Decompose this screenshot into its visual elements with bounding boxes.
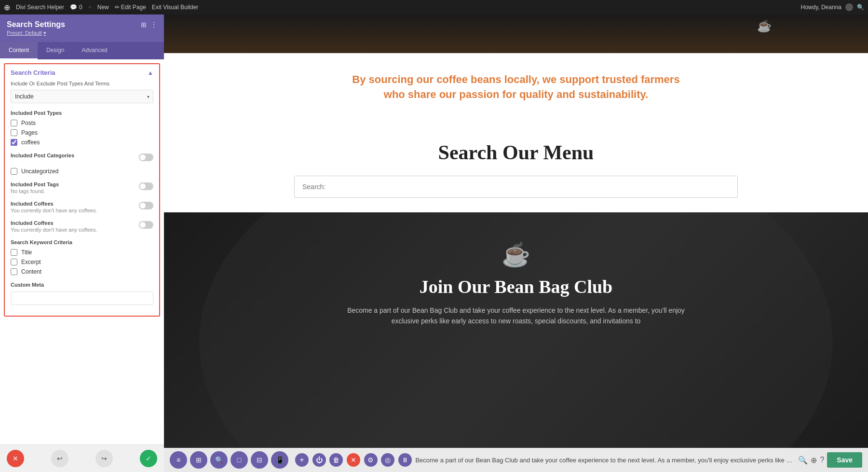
include-exclude-select-wrapper: Include Exclude ▾ xyxy=(11,90,153,103)
toolbar-trash-icon[interactable]: 🗑 xyxy=(329,453,343,467)
uncategorized-label: Uncategorized xyxy=(21,168,58,175)
post-categories-toggle[interactable] xyxy=(139,153,153,161)
new-nav-item[interactable]: New xyxy=(97,4,109,11)
coffees-label: coffees xyxy=(21,139,40,146)
nav-right: Howdy, Deanna 🔍 xyxy=(801,3,865,11)
search-icon-nav[interactable]: 🔍 xyxy=(857,4,864,11)
toolbar-layers-icon[interactable]: ⊕ xyxy=(811,456,817,465)
toolbar-gear-icon[interactable]: ⚙ xyxy=(364,453,378,467)
toolbar-menu-btn[interactable]: ≡ xyxy=(170,451,187,469)
toolbar-content-text: Become a part of our Bean Bag Club and t… xyxy=(415,457,795,464)
toolbar-pause-icon[interactable]: ⏸ xyxy=(398,453,412,467)
toolbar-split-btn[interactable]: ⊟ xyxy=(251,451,268,469)
tab-content[interactable]: Content xyxy=(0,42,38,59)
search-icon-toolbar: 🔍 xyxy=(215,456,223,464)
post-tags-info: Included Post Tags No tags found. xyxy=(11,181,59,194)
exit-visual-builder-nav[interactable]: Exit Visual Builder xyxy=(152,4,199,11)
grid-icon[interactable]: ⊞ xyxy=(141,21,147,28)
sourcing-text: By sourcing our coffee beans locally, we… xyxy=(347,72,685,102)
toolbar-search-right-icon[interactable]: 🔍 xyxy=(798,456,808,465)
panel-title-icons: ⊞ ⋮ xyxy=(141,21,157,28)
search-criteria-section: Search Criteria ▲ Include Or Exclude Pos… xyxy=(4,63,160,317)
search-input[interactable] xyxy=(294,176,738,198)
divi-search-helper-nav[interactable]: Divi Search Helper xyxy=(16,4,64,11)
divi-search-helper-label: Divi Search Helper xyxy=(16,4,64,11)
pages-checkbox[interactable] xyxy=(11,129,17,136)
search-keyword-criteria-group: Search Keyword Criteria Title Excerpt Co… xyxy=(11,239,153,275)
search-criteria-body: Include Or Exclude Post Types And Terms … xyxy=(5,80,159,305)
include-exclude-field: Include Or Exclude Post Types And Terms … xyxy=(11,80,153,103)
post-tags-toggle[interactable] xyxy=(139,182,153,190)
included-coffees-1-group: Included Coffees You currently don't hav… xyxy=(11,201,153,213)
edit-page-nav[interactable]: ✏ Edit Page xyxy=(115,4,146,11)
wordpress-icon[interactable]: ⊕ xyxy=(4,3,10,12)
user-avatar[interactable] xyxy=(845,3,853,11)
posts-checkbox[interactable] xyxy=(11,120,17,126)
search-keyword-criteria-title: Search Keyword Criteria xyxy=(11,239,153,245)
bottom-toolbar: ≡ ⊞ 🔍 □ ⊟ 📱 + ⏻ 🗑 ✕ ⚙ ◎ ⏸ Become a part … xyxy=(164,448,868,472)
close-button[interactable]: ✕ xyxy=(7,450,24,467)
included-post-categories-title: Included Post Categories xyxy=(11,153,74,158)
redo-button[interactable]: ↪ xyxy=(95,450,113,467)
toolbar-mobile-btn[interactable]: 📱 xyxy=(271,451,288,469)
tab-design[interactable]: Design xyxy=(38,42,73,59)
toolbar-plus-icon[interactable]: + xyxy=(295,453,309,467)
excerpt-checkbox[interactable] xyxy=(11,259,17,265)
content-checkbox[interactable] xyxy=(11,268,17,275)
included-post-tags-group: Included Post Tags No tags found. xyxy=(11,181,153,194)
toolbar-search-btn[interactable]: 🔍 xyxy=(210,451,228,469)
included-post-types-title: Included Post Types xyxy=(11,110,153,116)
toolbar-grid-btn[interactable]: ⊞ xyxy=(190,451,207,469)
toolbar-help-icon[interactable]: ? xyxy=(820,456,824,464)
search-criteria-header[interactable]: Search Criteria ▲ xyxy=(5,64,159,80)
included-coffees-1-title: Included Coffees xyxy=(11,201,97,207)
edit-page-label: Edit Page xyxy=(121,4,146,11)
sourcing-section: By sourcing our coffee beans locally, we… xyxy=(164,53,868,122)
right-content: ☕ By sourcing our coffee beans locally, … xyxy=(164,14,868,472)
bean-bag-section: ☕ Join Our Bean Bag Club Become a part o… xyxy=(164,212,868,472)
coffees-1-toggle-row: Included Coffees You currently don't hav… xyxy=(11,201,153,213)
coffee-beans-decoration: ☕ xyxy=(757,19,772,33)
toolbar-target-icon[interactable]: ◎ xyxy=(381,453,394,467)
checkbox-excerpt: Excerpt xyxy=(11,259,153,265)
custom-meta-group: Custom Meta xyxy=(11,282,153,305)
pages-label: Pages xyxy=(21,129,38,136)
included-post-categories-group: Included Post Categories Uncategorized xyxy=(11,153,153,175)
comment-count: 0 xyxy=(79,4,82,11)
comments-nav[interactable]: 💬 0 xyxy=(70,4,82,11)
chevron-up-icon[interactable]: ▲ xyxy=(148,69,153,76)
top-navigation: ⊕ Divi Search Helper 💬 0 + New ✏ Edit Pa… xyxy=(0,0,868,14)
save-button[interactable]: Save xyxy=(827,452,862,468)
panel-content: Search Criteria ▲ Include Or Exclude Pos… xyxy=(0,59,164,444)
checkbox-coffees: coffees xyxy=(11,139,153,146)
search-criteria-title: Search Criteria xyxy=(11,69,55,76)
toolbar-power-icon[interactable]: ⏻ xyxy=(312,453,326,467)
toolbar-close-circle-icon[interactable]: ✕ xyxy=(347,453,360,467)
no-tags-message: No tags found. xyxy=(11,188,59,194)
tabs-row: Content Design Advanced xyxy=(0,42,164,59)
included-post-types-group: Included Post Types Posts Pages coffees xyxy=(11,110,153,146)
chevron-down-icon: ▾ xyxy=(43,30,46,36)
coffees-1-info: Included Coffees You currently don't hav… xyxy=(11,201,97,213)
coffees-2-toggle[interactable] xyxy=(139,221,153,229)
tab-advanced[interactable]: Advanced xyxy=(73,42,116,59)
more-options-icon[interactable]: ⋮ xyxy=(150,21,157,28)
undo-button[interactable]: ↩ xyxy=(51,450,68,467)
preset-label[interactable]: Preset: Default ▾ xyxy=(7,30,157,36)
exit-builder-label: Exit Visual Builder xyxy=(152,4,199,11)
toolbar-desktop-btn[interactable]: □ xyxy=(231,451,248,469)
title-checkbox[interactable] xyxy=(11,249,17,256)
left-panel: Search Settings ⊞ ⋮ Preset: Default ▾ Co… xyxy=(0,14,164,472)
toolbar-right: 🔍 ⊕ ? Save xyxy=(798,452,862,468)
post-tags-toggle-row: Included Post Tags No tags found. xyxy=(11,181,153,194)
post-categories-info: Included Post Categories xyxy=(11,153,74,158)
coffees-checkbox[interactable] xyxy=(11,139,17,146)
panel-footer: ✕ ↩ ↪ ✓ xyxy=(0,444,164,472)
coffees-1-toggle[interactable] xyxy=(139,202,153,209)
include-exclude-select[interactable]: Include Exclude xyxy=(11,90,153,103)
search-menu-section: Search Our Menu xyxy=(164,122,868,212)
custom-meta-input[interactable] xyxy=(11,292,153,305)
post-categories-toggle-row: Included Post Categories xyxy=(11,153,153,161)
uncategorized-checkbox[interactable] xyxy=(11,168,17,175)
confirm-button[interactable]: ✓ xyxy=(140,450,157,467)
